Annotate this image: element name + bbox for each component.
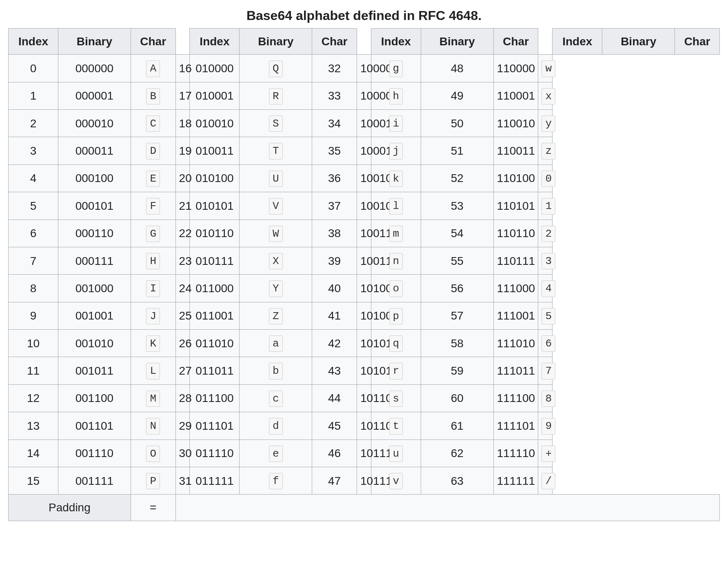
cell-binary: 000100 <box>58 164 131 192</box>
cell-char: C <box>131 109 175 137</box>
col-header-index: Index <box>553 29 602 55</box>
cell-index: 15 <box>9 467 58 495</box>
cell-char: + <box>538 440 553 467</box>
padding-char-cell: = <box>131 495 175 521</box>
table-row: 7000111H23010111X39100111n551101113 <box>9 247 720 274</box>
char-glyph: X <box>269 253 283 269</box>
char-glyph: J <box>146 308 160 324</box>
cell-binary: 110110 <box>493 220 538 247</box>
cell-char: / <box>538 467 553 495</box>
cell-char: z <box>538 137 553 164</box>
cell-binary: 110101 <box>493 192 538 220</box>
cell-char: 4 <box>538 275 553 302</box>
table-row: 11001011L27011011b43101011r591110117 <box>9 357 720 384</box>
cell-char: I <box>131 275 175 302</box>
cell-index: 39 <box>312 247 357 274</box>
cell-binary: 111001 <box>493 302 538 329</box>
table-row: 8001000I24011000Y40101000o561110004 <box>9 275 720 302</box>
table-caption: Base64 alphabet defined in RFC 4648. <box>8 8 720 23</box>
cell-index: 28 <box>175 384 190 412</box>
cell-index: 7 <box>9 247 58 274</box>
cell-binary: 000001 <box>58 82 131 109</box>
col-header-index: Index <box>371 29 421 55</box>
cell-binary: 101000 <box>357 275 371 302</box>
char-glyph: S <box>269 115 283 132</box>
cell-index: 59 <box>421 357 493 384</box>
cell-binary: 100100 <box>357 164 371 192</box>
col-header-char: Char <box>312 29 357 55</box>
cell-index: 46 <box>312 440 357 467</box>
cell-index: 53 <box>421 192 493 220</box>
cell-index: 55 <box>421 247 493 274</box>
cell-binary: 101101 <box>357 412 371 440</box>
cell-index: 4 <box>9 164 58 192</box>
cell-index: 36 <box>312 164 357 192</box>
table-row: 3000011D19010011T35100011j51110011z <box>9 137 720 164</box>
cell-char: S <box>240 109 312 137</box>
cell-char: Q <box>240 55 312 82</box>
char-glyph: A <box>146 60 160 77</box>
cell-char: 3 <box>538 247 553 274</box>
cell-binary: 011011 <box>190 357 240 384</box>
padding-blank <box>175 495 719 521</box>
char-glyph: j <box>389 143 403 159</box>
cell-binary: 111010 <box>493 330 538 357</box>
cell-binary: 010001 <box>190 82 240 109</box>
cell-binary: 001101 <box>58 412 131 440</box>
cell-index: 34 <box>312 109 357 137</box>
cell-binary: 111110 <box>493 440 538 467</box>
cell-index: 38 <box>312 220 357 247</box>
char-glyph: Z <box>269 308 283 324</box>
table-row: 2000010C18010010S34100010i50110010y <box>9 109 720 137</box>
cell-index: 2 <box>9 109 58 137</box>
padding-row: Padding= <box>9 495 720 521</box>
cell-binary: 110000 <box>493 55 538 82</box>
char-glyph: M <box>146 391 160 407</box>
char-glyph: 2 <box>542 226 555 242</box>
cell-char: 0 <box>538 164 553 192</box>
table-row: 4000100E20010100U36100100k521101000 <box>9 164 720 192</box>
table-row: 1000001B17010001R33100001h49110001x <box>9 82 720 109</box>
cell-binary: 000111 <box>58 247 131 274</box>
char-glyph: f <box>269 473 283 489</box>
cell-char: R <box>240 82 312 109</box>
char-glyph: c <box>269 391 283 407</box>
cell-index: 52 <box>421 164 493 192</box>
char-glyph: n <box>389 253 403 269</box>
cell-binary: 100011 <box>357 137 371 164</box>
cell-binary: 101001 <box>357 302 371 329</box>
cell-index: 44 <box>312 384 357 412</box>
char-glyph: d <box>269 418 283 434</box>
cell-char: c <box>240 384 312 412</box>
char-glyph: H <box>146 253 160 269</box>
char-glyph: h <box>389 88 403 104</box>
cell-index: 47 <box>312 467 357 495</box>
cell-binary: 100001 <box>357 82 371 109</box>
cell-index: 14 <box>9 440 58 467</box>
char-glyph: I <box>146 280 160 297</box>
cell-char: P <box>131 467 175 495</box>
col-header-binary: Binary <box>58 29 131 55</box>
cell-index: 62 <box>421 440 493 467</box>
cell-binary: 000110 <box>58 220 131 247</box>
cell-binary: 010110 <box>190 220 240 247</box>
cell-index: 33 <box>312 82 357 109</box>
cell-index: 25 <box>175 302 190 329</box>
cell-index: 50 <box>421 109 493 137</box>
char-glyph: V <box>269 198 283 214</box>
char-glyph: 5 <box>542 308 555 324</box>
char-glyph: O <box>146 446 160 462</box>
cell-index: 35 <box>312 137 357 164</box>
cell-index: 19 <box>175 137 190 164</box>
cell-char: A <box>131 55 175 82</box>
char-glyph: 8 <box>542 391 555 407</box>
cell-binary: 000011 <box>58 137 131 164</box>
char-glyph: t <box>389 418 403 434</box>
char-glyph: u <box>389 446 403 462</box>
char-glyph: + <box>542 446 555 462</box>
col-header-index: Index <box>190 29 240 55</box>
cell-index: 23 <box>175 247 190 274</box>
cell-index: 27 <box>175 357 190 384</box>
cell-binary: 001110 <box>58 440 131 467</box>
cell-index: 58 <box>421 330 493 357</box>
